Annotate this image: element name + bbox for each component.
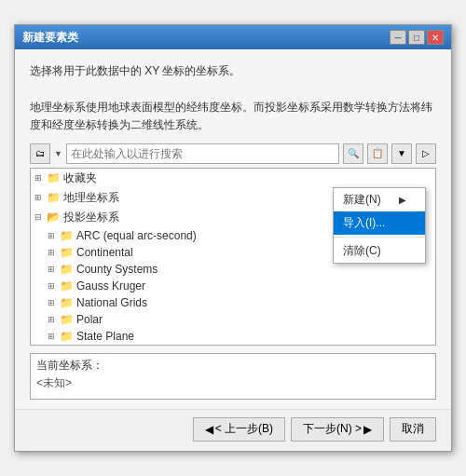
folder-icon: 📁 (60, 229, 74, 242)
folder-icon: 📁 (47, 191, 61, 204)
tree-item-label: Continental (76, 246, 133, 259)
expand-icon: ⊞ (48, 332, 57, 341)
toolbar-icon1: 🗂 (35, 148, 45, 158)
tree-item-label: 地理坐标系 (63, 190, 119, 206)
dropdown-icon: ▼ (397, 148, 406, 158)
expand-icon: ⊞ (48, 315, 57, 324)
dialog-body: 选择将用于此数据中的 XY 坐标的坐标系。 地理坐标系使用地球表面模型的经纬度坐… (15, 49, 451, 409)
toolbar-icon-btn[interactable]: 🗂 (30, 143, 50, 164)
tree-item-label: 投影坐标系 (63, 210, 119, 225)
expand-icon: ⊞ (48, 265, 57, 274)
status-value: <未知> (36, 375, 430, 391)
next-button[interactable]: 下一步(N) > ▶ (291, 417, 384, 442)
next-button-arrow-icon: ▶ (363, 423, 372, 436)
folder-icon: 📁 (60, 296, 74, 309)
context-menu-clear-label: 清除(C) (343, 243, 381, 259)
description-line2: 地理坐标系使用地球表面模型的经纬度坐标。而投影坐标系采用数学转换方法将纬度和经度… (30, 99, 436, 134)
expand-icon: ⊞ (34, 193, 44, 202)
tree-item-label: Gauss Kruger (76, 279, 145, 292)
folder-icon: 📁 (47, 171, 61, 184)
tree-item-state-plane[interactable]: ⊞ 📁 State Plane (31, 328, 435, 345)
back-button-label: < 上一步(B) (215, 421, 273, 437)
expand-icon: ⊞ (48, 231, 57, 240)
tree-item-label: State Plane (76, 330, 134, 343)
context-menu-new-label: 新建(N) (343, 192, 381, 208)
search-button[interactable]: 🔍 (343, 143, 363, 164)
tree-item-label: County Systems (76, 263, 158, 276)
toolbar-row: 🗂 ▼ 🔍 📋 ▼ ▷ (30, 143, 436, 164)
tree-item-national-grids[interactable]: ⊞ 📁 National Grids (31, 294, 435, 311)
submenu-arrow-icon: ▶ (399, 195, 406, 205)
context-menu-separator (334, 237, 425, 238)
context-menu-new[interactable]: 新建(N) ▶ (334, 188, 425, 211)
next-button-label: 下一步(N) > (303, 421, 362, 437)
status-bar: 当前坐标系： <未知> (30, 353, 436, 400)
folder-icon: 📁 (60, 246, 74, 259)
tree-item-gauss-kruger[interactable]: ⊞ 📁 Gauss Kruger (31, 278, 435, 294)
context-menu-import[interactable]: 导入(I)... (334, 211, 425, 235)
description-text: 选择将用于此数据中的 XY 坐标的坐标系。 地理坐标系使用地球表面模型的经纬度坐… (30, 62, 436, 134)
minimize-button[interactable]: ─ (390, 30, 406, 45)
dialog: 新建要素类 ─ □ ✕ 选择将用于此数据中的 XY 坐标的坐标系。 地理坐标系使… (14, 24, 452, 452)
folder-icon: 📁 (60, 279, 74, 292)
tree-item-label: ARC (equal arc-second) (76, 229, 197, 242)
search-input[interactable] (66, 143, 339, 164)
title-bar: 新建要素类 ─ □ ✕ (15, 25, 451, 49)
toolbar-dropdown-arrow[interactable]: ▼ (54, 149, 62, 158)
expand-icon: ⊞ (48, 281, 57, 291)
close-button[interactable]: ✕ (427, 30, 444, 45)
folder-icon: 📁 (60, 313, 74, 326)
folder-icon: 📂 (47, 211, 61, 224)
next-arrow-icon: ▷ (422, 148, 430, 158)
title-bar-buttons: ─ □ ✕ (390, 30, 444, 45)
tree-item-label: Polar (76, 313, 103, 326)
status-label: 当前坐标系： (36, 358, 430, 374)
coordinate-tree[interactable]: ⊞ 📁 收藏夹 ⊞ 📁 地理坐标系 ⊟ 📂 投影坐标系 ⊞ 📁 ARC (equ… (30, 168, 436, 346)
dropdown-button[interactable]: ▼ (391, 143, 412, 164)
expand-icon: ⊟ (34, 212, 44, 222)
context-menu-clear[interactable]: 清除(C) (334, 239, 425, 263)
context-menu: 新建(N) ▶ 导入(I)... 清除(C) (333, 187, 426, 264)
folder-icon: 📁 (60, 330, 74, 343)
expand-icon: ⊞ (34, 173, 44, 183)
description-line1: 选择将用于此数据中的 XY 坐标的坐标系。 (30, 62, 436, 80)
browse-icon: 📋 (372, 148, 383, 158)
expand-icon: ⊞ (48, 298, 57, 307)
next-icon-button[interactable]: ▷ (416, 143, 436, 164)
tree-item-favorites[interactable]: ⊞ 📁 收藏夹 (31, 169, 435, 188)
back-arrow-icon: ◀ (205, 423, 213, 436)
back-button[interactable]: ◀ < 上一步(B) (193, 417, 285, 442)
maximize-button[interactable]: □ (408, 30, 425, 45)
search-icon: 🔍 (348, 148, 359, 158)
dialog-footer: ◀ < 上一步(B) 下一步(N) > ▶ 取消 (15, 409, 451, 451)
dialog-title: 新建要素类 (22, 30, 78, 46)
context-menu-import-label: 导入(I)... (343, 215, 385, 231)
tree-item-label: National Grids (76, 296, 147, 309)
tree-item-label: 收藏夹 (63, 170, 97, 186)
cancel-button-label: 取消 (402, 421, 424, 437)
folder-icon: 📁 (60, 263, 74, 276)
tree-item-polar[interactable]: ⊞ 📁 Polar (31, 311, 435, 328)
cancel-button[interactable]: 取消 (390, 417, 436, 442)
expand-icon: ⊞ (48, 248, 57, 257)
browse-button[interactable]: 📋 (367, 143, 388, 164)
